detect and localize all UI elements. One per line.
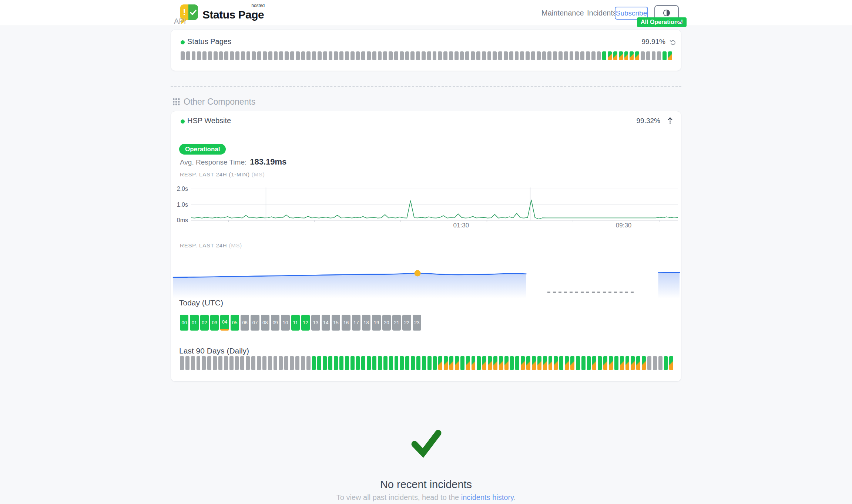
uptime-bar-gray[interactable] bbox=[372, 51, 376, 60]
uptime-bar-gray[interactable] bbox=[553, 51, 557, 60]
uptime-bar-gray[interactable] bbox=[652, 51, 656, 60]
uptime-bar-gray[interactable] bbox=[383, 51, 387, 60]
hour-block-06[interactable]: 06 bbox=[241, 315, 249, 331]
nav-maintenance[interactable]: Maintenance bbox=[541, 9, 584, 17]
uptime-bar-green[interactable] bbox=[602, 51, 606, 60]
hour-block-07[interactable]: 07 bbox=[251, 315, 259, 331]
uptime-bar-gray[interactable] bbox=[192, 51, 196, 60]
uptime-bar-gray[interactable] bbox=[641, 51, 645, 60]
uptime-bar-gray[interactable] bbox=[515, 51, 519, 60]
uptime-bar-gray[interactable] bbox=[279, 51, 283, 60]
hour-block-13[interactable]: 13 bbox=[311, 315, 320, 331]
uptime-bar-gray[interactable] bbox=[586, 51, 590, 60]
uptime-bar-mixed[interactable] bbox=[565, 356, 569, 370]
uptime-bar-green[interactable] bbox=[312, 356, 316, 370]
uptime-bar-green[interactable] bbox=[416, 356, 420, 370]
uptime-bar-mixed[interactable] bbox=[526, 356, 530, 370]
uptime-bar-mixed[interactable] bbox=[636, 356, 640, 370]
uptime-bar-green[interactable] bbox=[510, 356, 514, 370]
uptime-bar-mixed[interactable] bbox=[620, 356, 624, 370]
uptime-bar-green[interactable] bbox=[389, 356, 393, 370]
uptime-bar-mixed[interactable] bbox=[449, 356, 453, 370]
uptime-bar-mixed[interactable] bbox=[472, 356, 476, 370]
uptime-bar-gray[interactable] bbox=[564, 51, 568, 60]
hour-block-19[interactable]: 19 bbox=[372, 315, 380, 331]
uptime-bar-mixed[interactable] bbox=[554, 356, 558, 370]
uptime-bar-gray[interactable] bbox=[547, 51, 551, 60]
uptime-bar-mixed[interactable] bbox=[608, 51, 612, 60]
uptime-bar-gray[interactable] bbox=[246, 356, 250, 370]
uptime-bar-green[interactable] bbox=[422, 356, 426, 370]
uptime-bar-gray[interactable] bbox=[410, 51, 415, 60]
uptime-bar-gray[interactable] bbox=[509, 51, 513, 60]
uptime-bar-gray[interactable] bbox=[257, 51, 261, 60]
uptime-bar-gray[interactable] bbox=[197, 356, 201, 370]
uptime-bar-gray[interactable] bbox=[580, 51, 584, 60]
uptime-bar-gray[interactable] bbox=[520, 51, 524, 60]
brand[interactable]: ! Status Page hosted bbox=[180, 4, 264, 21]
uptime-bar-gray[interactable] bbox=[361, 51, 365, 60]
uptime-bar-mixed[interactable] bbox=[635, 51, 639, 60]
nav-incidents[interactable]: Incidents bbox=[587, 9, 617, 17]
uptime-bar-green[interactable] bbox=[383, 356, 388, 370]
uptime-bar-gray[interactable] bbox=[476, 51, 480, 60]
hour-block-08[interactable]: 08 bbox=[261, 315, 269, 331]
uptime-bar-gray[interactable] bbox=[296, 51, 300, 60]
uptime-bar-green[interactable] bbox=[664, 356, 668, 370]
uptime-bar-green[interactable] bbox=[411, 356, 415, 370]
uptime-bar-gray[interactable] bbox=[257, 356, 261, 370]
uptime-bar-mixed[interactable] bbox=[625, 356, 630, 370]
uptime-bar-mixed[interactable] bbox=[499, 356, 503, 370]
uptime-bar-gray[interactable] bbox=[230, 51, 234, 60]
uptime-bar-gray[interactable] bbox=[235, 356, 239, 370]
uptime-bar-gray[interactable] bbox=[367, 51, 371, 60]
uptime-bar-green[interactable] bbox=[372, 356, 376, 370]
uptime-bar-green[interactable] bbox=[515, 356, 519, 370]
uptime-bar-gray[interactable] bbox=[471, 51, 475, 60]
hour-block-05[interactable]: 05 bbox=[231, 315, 239, 331]
uptime-bar-mixed[interactable] bbox=[438, 356, 442, 370]
uptime-bar-gray[interactable] bbox=[318, 51, 322, 60]
hour-block-00[interactable]: 00 bbox=[180, 315, 188, 331]
uptime-bar-gray[interactable] bbox=[214, 51, 218, 60]
uptime-bar-gray[interactable] bbox=[181, 51, 185, 60]
uptime-bar-green[interactable] bbox=[350, 356, 355, 370]
hour-block-12[interactable]: 12 bbox=[301, 315, 310, 331]
uptime-bar-gray[interactable] bbox=[285, 51, 289, 60]
chevron-up-icon[interactable] bbox=[677, 20, 684, 26]
uptime-bar-gray[interactable] bbox=[438, 51, 442, 60]
uptime-bar-green[interactable] bbox=[559, 356, 563, 370]
uptime-bar-green[interactable] bbox=[576, 356, 580, 370]
uptime-bar-gray[interactable] bbox=[493, 51, 497, 60]
uptime-bar-gray[interactable] bbox=[531, 51, 535, 60]
uptime-bar-green[interactable] bbox=[433, 356, 437, 370]
uptime-bar-gray[interactable] bbox=[224, 51, 228, 60]
uptime-bar-gray[interactable] bbox=[400, 51, 404, 60]
uptime-bar-green[interactable] bbox=[334, 356, 338, 370]
uptime-bar-mixed[interactable] bbox=[619, 51, 623, 60]
uptime-bar-gray[interactable] bbox=[449, 51, 453, 60]
uptime-bar-gray[interactable] bbox=[339, 51, 343, 60]
uptime-bar-mixed[interactable] bbox=[631, 356, 635, 370]
uptime-bar-gray[interactable] bbox=[218, 356, 222, 370]
uptime-bar-green[interactable] bbox=[367, 356, 371, 370]
uptime-bar-gray[interactable] bbox=[575, 51, 579, 60]
uptime-bar-gray[interactable] bbox=[268, 51, 272, 60]
uptime-bar-mixed[interactable] bbox=[669, 356, 673, 370]
uptime-bar-gray[interactable] bbox=[268, 356, 272, 370]
hour-block-02[interactable]: 02 bbox=[200, 315, 209, 331]
uptime-bar-green[interactable] bbox=[587, 356, 591, 370]
uptime-bar-mixed[interactable] bbox=[543, 356, 547, 370]
uptime-bar-gray[interactable] bbox=[202, 356, 206, 370]
uptime-bar-gray[interactable] bbox=[537, 51, 541, 60]
uptime-bar-green[interactable] bbox=[581, 356, 586, 370]
uptime-bar-gray[interactable] bbox=[487, 51, 492, 60]
uptime-bar-gray[interactable] bbox=[443, 51, 447, 60]
component-name[interactable]: HSP Website bbox=[187, 116, 231, 125]
uptime-bar-gray[interactable] bbox=[262, 356, 266, 370]
hour-block-20[interactable]: 20 bbox=[382, 315, 391, 331]
uptime-bar-gray[interactable] bbox=[542, 51, 546, 60]
component-name[interactable]: Status Pages bbox=[187, 37, 231, 46]
uptime-bar-gray[interactable] bbox=[345, 51, 349, 60]
refresh-icon[interactable] bbox=[670, 39, 677, 47]
